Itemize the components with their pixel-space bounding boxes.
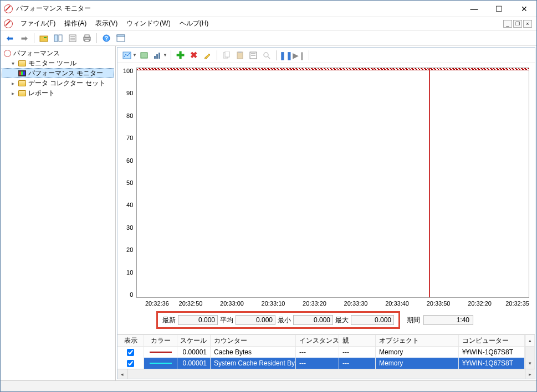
scroll-left-button[interactable]: ◂ [117, 369, 127, 379]
value-max: 0.000 [351, 315, 394, 325]
header-show[interactable]: 表示 [117, 335, 144, 346]
add-counter-button[interactable]: ✚ [175, 49, 187, 61]
header-counter[interactable]: カウンター [211, 335, 296, 346]
value-min: 0.000 [293, 315, 333, 325]
menu-help[interactable]: ヘルプ(H) [175, 17, 213, 30]
delete-counter-button[interactable]: ✖ [188, 49, 200, 61]
y-tick: 40 [126, 202, 133, 208]
chart-type-button[interactable] [151, 49, 163, 61]
y-tick: 90 [126, 90, 133, 96]
chart-plot[interactable] [136, 68, 529, 298]
header-parent[interactable]: 親 [339, 335, 376, 346]
show-checkbox[interactable] [127, 349, 134, 356]
label-avg: 平均 [220, 316, 233, 325]
mdi-restore-button[interactable]: ❐ [513, 20, 522, 28]
x-axis: 20:32:36 20:32:50 20:33:00 20:33:10 20:3… [123, 298, 529, 308]
y-tick: 60 [126, 157, 133, 164]
help-button[interactable]: ? [100, 32, 112, 44]
cell-scale: 0.00001 [177, 358, 211, 369]
x-tick: 20:33:10 [253, 300, 294, 307]
horizontal-scrollbar[interactable]: ◂ ▸ [117, 369, 535, 379]
freeze-button[interactable]: ❚❚ [280, 49, 292, 61]
view-button-1[interactable] [52, 32, 64, 44]
close-button[interactable]: ✕ [512, 1, 536, 17]
stats-highlight-box: 最新 0.000 平均 0.000 最小 0.000 最大 0.000 [156, 311, 400, 329]
minimize-button[interactable]: — [462, 1, 487, 17]
dropdown-icon[interactable]: ▼ [132, 53, 137, 58]
stats-row: 最新 0.000 平均 0.000 最小 0.000 最大 0.000 期間 1… [123, 308, 529, 332]
cell-parent: --- [339, 347, 376, 358]
cell-object: Memory [376, 347, 459, 358]
menu-window[interactable]: ウィンドウ(W) [122, 17, 175, 30]
collapse-icon[interactable]: ▾ [9, 60, 16, 66]
zoom-button[interactable] [260, 49, 273, 61]
expand-icon[interactable]: ▸ [9, 90, 16, 96]
svg-rect-20 [225, 51, 229, 57]
dropdown-icon[interactable]: ▼ [163, 53, 167, 58]
tree-node-performance[interactable]: パフォーマンス [2, 48, 114, 58]
svg-rect-18 [158, 53, 160, 59]
svg-rect-13 [117, 35, 125, 37]
show-hide-tree-button[interactable] [38, 32, 50, 44]
menu-action[interactable]: 操作(A) [60, 17, 91, 30]
header-scale[interactable]: スケール [177, 335, 211, 346]
chart-container: 100 90 80 70 60 50 40 30 20 10 0 [117, 63, 535, 334]
view-log-button[interactable] [138, 49, 150, 61]
expand-icon[interactable]: ▸ [9, 80, 16, 86]
tree-node-reports[interactable]: ▸ レポート [2, 88, 114, 98]
cell-instance: --- [296, 358, 339, 369]
menu-view[interactable]: 表示(V) [91, 17, 122, 30]
value-period: 1:40 [423, 315, 473, 325]
scroll-up-button[interactable]: ▴ [525, 335, 535, 346]
update-button[interactable]: ▶❙ [293, 49, 305, 61]
maximize-button[interactable]: ☐ [487, 1, 512, 17]
scroll-down-button[interactable]: ▾ [525, 358, 535, 369]
svg-rect-16 [154, 56, 156, 59]
properties-button[interactable] [67, 32, 79, 44]
color-swatch [150, 352, 172, 353]
time-cursor [429, 68, 430, 297]
x-tick: 20:32:50 [170, 300, 212, 307]
header-computer[interactable]: コンピューター [459, 335, 525, 346]
scroll-right-button[interactable]: ▸ [525, 369, 535, 379]
y-tick: 10 [126, 269, 133, 276]
header-object[interactable]: オブジェクト [376, 335, 459, 346]
back-button[interactable]: ⬅ [4, 32, 16, 44]
menu-file[interactable]: ファイル(F) [16, 17, 60, 30]
view-current-button[interactable] [121, 49, 133, 61]
label-period: 期間 [407, 316, 420, 325]
tree-node-data-collector-sets[interactable]: ▸ データ コレクター セット [2, 78, 114, 88]
navigation-tree[interactable]: パフォーマンス ▾ モニター ツール パフォーマンス モニター ▸ データ コレ… [1, 46, 116, 380]
header-instance[interactable]: インスタンス [296, 335, 339, 346]
properties-button-2[interactable] [247, 49, 259, 61]
x-tick: 20:33:50 [418, 300, 459, 307]
cell-object: Memory [376, 358, 459, 369]
counter-list-header: 表示 カラー スケール カウンター インスタンス 親 オブジェクト コンピュータ… [117, 335, 535, 347]
forward-button[interactable]: ➡ [18, 32, 30, 44]
svg-point-26 [264, 53, 268, 57]
tree-node-perfmon[interactable]: パフォーマンス モニター [2, 68, 114, 78]
view-button-2[interactable] [115, 32, 127, 44]
svg-rect-1 [54, 35, 58, 42]
y-tick: 20 [126, 246, 133, 253]
content-panel: ▼ ▼ ✚ ✖ ❚❚ ▶❙ [117, 47, 535, 379]
highlight-button[interactable] [201, 49, 213, 61]
cell-counter: Cache Bytes [211, 347, 296, 358]
svg-rect-17 [156, 54, 158, 59]
show-checkbox[interactable] [127, 360, 134, 367]
copy-button[interactable] [221, 49, 233, 61]
mdi-minimize-button[interactable]: _ [503, 20, 512, 28]
value-avg: 0.000 [236, 315, 275, 325]
svg-rect-9 [85, 39, 89, 42]
print-button[interactable] [81, 32, 93, 44]
header-color[interactable]: カラー [144, 335, 177, 346]
color-swatch [150, 363, 172, 364]
counter-row-selected[interactable]: 0.00001 System Cache Resident By... --- … [117, 358, 535, 369]
tree-node-monitor-tools[interactable]: ▾ モニター ツール [2, 58, 114, 68]
mdi-close-button[interactable]: × [523, 20, 532, 28]
menubar: ファイル(F) 操作(A) 表示(V) ウィンドウ(W) ヘルプ(H) _ ❐ … [1, 17, 536, 30]
counter-row[interactable]: 0.00001 Cache Bytes --- --- Memory ¥¥WIN… [117, 347, 535, 358]
body: パフォーマンス ▾ モニター ツール パフォーマンス モニター ▸ データ コレ… [1, 46, 536, 380]
paste-button[interactable] [234, 49, 246, 61]
svg-text:?: ? [105, 35, 108, 42]
